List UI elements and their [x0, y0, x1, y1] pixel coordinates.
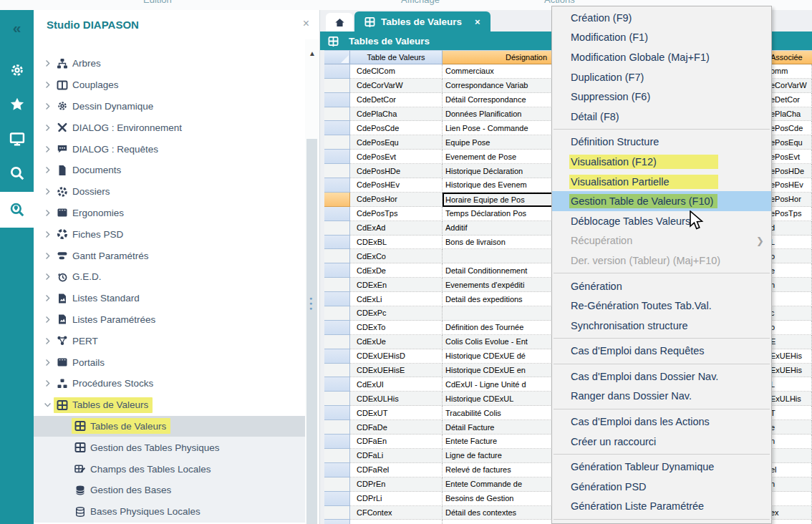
cell-table-name[interactable]: CdExCo [350, 249, 443, 263]
cell-table-name[interactable]: CdePlaCha [350, 107, 443, 122]
chevron-right-icon[interactable] [43, 187, 54, 196]
cell-associated[interactable]: eCorVarW [770, 79, 812, 93]
menu-item-d-blocage-tables-valeurs[interactable]: Déblocage Tables Valeurs [552, 211, 771, 231]
cell-associated[interactable]: ePosTps [770, 207, 812, 221]
menu-item-d-finition-structure[interactable]: Définition Structure [552, 132, 771, 152]
menu-item-cas-d-emploi-dans-les-actions[interactable]: Cas d'Emploi dans les Actions [552, 412, 771, 432]
cell-table-name[interactable]: CDExBL [350, 236, 443, 250]
tree-item-dialog-environnement[interactable]: DIALOG : Environnement [34, 117, 305, 138]
row-selector[interactable] [324, 492, 350, 506]
cell-associated[interactable]: n [770, 435, 812, 449]
cell-table-name[interactable]: CDExPc [350, 306, 443, 321]
tree-item-bases-physiques-locales[interactable]: Bases Physiques Locales [34, 501, 305, 523]
cell-associated[interactable]: omm [770, 64, 812, 79]
row-selector[interactable] [324, 178, 350, 193]
row-selector[interactable] [324, 93, 350, 107]
collapse-sidebar-button[interactable]: « [0, 17, 34, 39]
cell-table-name[interactable]: CdePosHEv [350, 178, 443, 193]
row-selector[interactable] [324, 377, 350, 392]
cell-associated[interactable] [770, 292, 812, 306]
tree-item-documents[interactable]: Documents [34, 160, 305, 181]
rail-button-star[interactable] [0, 89, 34, 120]
row-selector[interactable] [324, 392, 350, 406]
menu-item-cas-d-emploi-dans-requ-tes[interactable]: Cas d'Emploi dans Requêtes [552, 341, 771, 362]
cell-associated[interactable]: ExUEHis [770, 349, 812, 364]
cell-table-name[interactable]: CdePosCde [350, 121, 443, 135]
row-selector[interactable] [324, 506, 350, 520]
tree-item-proc-dures-stocks[interactable]: Procédures Stocks [34, 373, 305, 394]
menu-item-re-g-n-ration-toutes-tab-val[interactable]: Re-Génération Toutes Tab.Val. [552, 296, 771, 316]
cell-table-name[interactable]: CdePosEqu [350, 135, 443, 150]
cell-associated[interactable] [770, 449, 812, 463]
cell-associated[interactable]: n [770, 278, 812, 292]
row-selector[interactable] [324, 364, 350, 378]
menu-item-visualisation-f12[interactable]: Visualisation (F12) [552, 152, 771, 172]
cell-table-name[interactable]: CdExLi [350, 292, 443, 306]
row-selector[interactable] [324, 207, 350, 221]
chevron-right-icon[interactable] [43, 315, 54, 324]
rail-button-search-pin[interactable] [0, 192, 34, 228]
cell-associated[interactable]: o [770, 249, 812, 263]
tree-item-tables-de-valeurs[interactable]: Tables de Valeurs [34, 394, 305, 416]
column-header-table-de-valeurs[interactable]: Table de Valeurs [350, 50, 443, 64]
row-selector[interactable] [324, 107, 350, 122]
chevron-right-icon[interactable] [43, 272, 54, 281]
cell-table-name[interactable]: CdeClCom [350, 64, 443, 79]
cell-associated[interactable]: ex [770, 506, 812, 520]
row-selector[interactable] [324, 321, 350, 335]
tree-item-dialog-requ-tes[interactable]: DIALOG : Requêtes [34, 138, 305, 160]
cell-associated[interactable]: L [770, 377, 812, 392]
row-selector[interactable] [324, 150, 350, 164]
rail-button-gear[interactable] [0, 54, 34, 86]
tree-item-dossiers[interactable]: Dossiers [34, 181, 305, 203]
tree-item-champs-des-tables-locales[interactable]: Champs des Tables Locales [34, 458, 305, 480]
cell-associated[interactable] [770, 492, 812, 506]
cell-table-name[interactable]: CDExUT [350, 406, 443, 420]
row-selector[interactable] [324, 263, 350, 278]
tab-home[interactable] [326, 13, 353, 31]
cell-table-name[interactable]: CdeDetCor [350, 93, 443, 107]
tree-item-arbres[interactable]: Arbres [34, 53, 305, 74]
tree-item-portails[interactable]: Portails [34, 351, 305, 373]
select-all-corner[interactable] [324, 50, 350, 64]
chevron-right-icon[interactable] [43, 358, 54, 367]
chevron-right-icon[interactable] [43, 102, 54, 111]
menu-item-modification-f1[interactable]: Modification (F1) [552, 28, 771, 48]
row-selector[interactable] [324, 79, 350, 93]
cell-table-name[interactable]: CdePosEvt [350, 150, 443, 164]
row-selector[interactable] [324, 477, 350, 492]
chevron-right-icon[interactable] [43, 336, 54, 346]
cell-associated[interactable]: ePlaCha [770, 107, 812, 122]
cell-table-name[interactable]: CDExUEHisE [350, 364, 443, 378]
tab-tables-de-valeurs[interactable]: Tables de Valeurs × [354, 11, 490, 31]
menu-item-modification-globale-maj-f1[interactable]: Modification Globale (Maj+F1) [552, 47, 771, 67]
tree-item-gestion-des-tables-physiques[interactable]: Gestion des Tables Physiques [34, 437, 305, 458]
chevron-right-icon[interactable] [43, 145, 54, 154]
cell-table-name[interactable]: CdExUe [350, 335, 443, 349]
chevron-right-icon[interactable] [43, 230, 54, 239]
row-selector[interactable] [324, 463, 350, 477]
cell-associated[interactable]: ExUEHis [770, 364, 812, 378]
cell-associated[interactable]: T [770, 406, 812, 420]
chevron-right-icon[interactable] [43, 251, 54, 261]
cell-associated[interactable]: E [770, 335, 812, 349]
tree-item-fiches-psd[interactable]: Fiches PSD [34, 223, 305, 245]
chevron-right-icon[interactable] [43, 165, 54, 175]
cell-table-name[interactable]: CDExULHis [350, 392, 443, 406]
cell-table-name[interactable]: CdExDe [350, 263, 443, 278]
menu-item-g-n-ration[interactable]: Génération [552, 276, 771, 296]
cell-associated[interactable]: eDetCor [770, 93, 812, 107]
cell-table-name[interactable]: CDExUEHisD [350, 349, 443, 364]
menu-edition[interactable]: Edition [143, 0, 172, 5]
row-selector[interactable] [324, 249, 350, 263]
cell-table-name[interactable]: CdExUI [350, 377, 443, 392]
row-selector[interactable] [324, 193, 350, 207]
menu-item-suppression-f6[interactable]: Suppression (F6) [552, 87, 771, 107]
cell-associated[interactable]: el [770, 463, 812, 477]
chevron-down-icon[interactable] [43, 400, 54, 409]
rail-button-search[interactable] [0, 157, 34, 189]
cell-table-name[interactable]: CdeCorVarW [350, 79, 443, 93]
menu-actions[interactable]: Actions [544, 0, 575, 5]
menu-item-g-n-ration-psd[interactable]: Génération PSD [552, 477, 771, 497]
cell-table-name[interactable]: CDPrLi [350, 492, 443, 506]
